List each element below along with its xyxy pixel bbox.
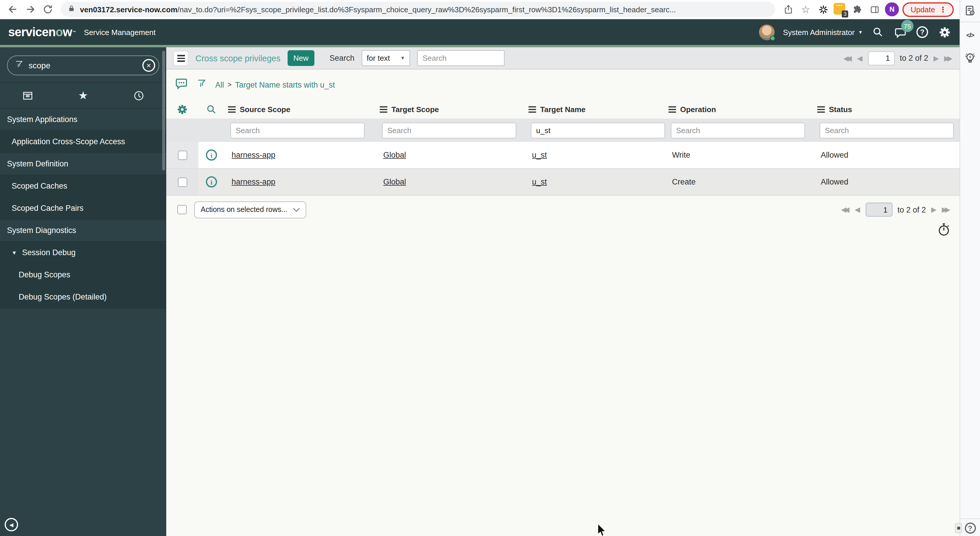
column-menu-icon[interactable] bbox=[228, 106, 235, 112]
conversations-icon[interactable]: 75 bbox=[893, 25, 907, 39]
sidebar-scrollbar[interactable] bbox=[162, 51, 165, 171]
column-header-operation[interactable]: Operation bbox=[665, 105, 814, 113]
column-header-target-scope[interactable]: Target Scope bbox=[376, 105, 525, 113]
page-number-input[interactable] bbox=[865, 203, 892, 217]
column-menu-icon[interactable] bbox=[817, 106, 825, 112]
sidebar-item-scoped-caches[interactable]: Scoped Caches bbox=[0, 175, 166, 197]
user-menu[interactable]: System Administrator ▼ bbox=[783, 28, 863, 37]
browser-profile-avatar[interactable]: N bbox=[885, 2, 899, 16]
column-label: Target Name bbox=[540, 105, 585, 113]
clear-search-icon[interactable]: ✕ bbox=[142, 59, 155, 72]
servicenow-logo: servicenow™ bbox=[8, 25, 76, 39]
sidebar-item-debug-scopes-detailed[interactable]: Debug Scopes (Detailed) bbox=[0, 286, 166, 308]
lightbulb-extension-icon[interactable] bbox=[964, 51, 977, 65]
sidebar-item-scoped-cache-pairs[interactable]: Scoped Cache Pairs bbox=[0, 197, 166, 220]
prev-page-icon[interactable]: ◀ bbox=[857, 54, 862, 62]
row-checkbox[interactable] bbox=[178, 150, 187, 160]
filter-source-scope[interactable] bbox=[231, 122, 364, 138]
spinner-extension-icon[interactable] bbox=[816, 2, 830, 16]
target-scope-link[interactable]: Global bbox=[383, 151, 406, 160]
form-viewer-extension-icon[interactable] bbox=[964, 5, 976, 17]
page-number-input[interactable] bbox=[868, 51, 894, 65]
record-preview-icon[interactable]: i bbox=[206, 150, 217, 161]
list-chat-icon[interactable] bbox=[175, 77, 188, 92]
actions-select[interactable]: Actions on selected rows... bbox=[194, 201, 306, 218]
column-header-source-scope[interactable]: Source Scope bbox=[224, 105, 376, 113]
filter-target-scope[interactable] bbox=[382, 122, 516, 138]
browser-update-button[interactable]: Update ⋮ bbox=[902, 2, 954, 17]
sidebar-item-debug-scopes[interactable]: Debug Scopes bbox=[0, 264, 166, 286]
target-scope-link[interactable]: Global bbox=[383, 177, 406, 186]
breadcrumb-filter-link[interactable]: Target Name starts with u_st bbox=[235, 80, 335, 89]
sidebar-item-session-debug[interactable]: ▼ Session Debug bbox=[0, 242, 166, 264]
first-page-icon[interactable]: ◀◀ bbox=[841, 206, 850, 213]
sidebar-item-system-diagnostics[interactable]: System Diagnostics bbox=[0, 220, 166, 242]
row-checkbox[interactable] bbox=[178, 177, 187, 187]
tab-history[interactable] bbox=[111, 83, 166, 108]
code-extension-icon[interactable]: </> bbox=[966, 32, 974, 38]
user-avatar[interactable] bbox=[759, 24, 775, 40]
target-name-link[interactable]: u_st bbox=[532, 151, 547, 160]
collapse-caret-icon[interactable]: ▼ bbox=[12, 250, 17, 255]
close-glyph: ✕ bbox=[146, 62, 151, 69]
collapse-sidebar-button[interactable]: ◀ bbox=[5, 518, 18, 531]
browser-menu-icon[interactable]: ⋮ bbox=[939, 5, 947, 14]
breadcrumb-all-link[interactable]: All bbox=[215, 80, 224, 89]
source-scope-link[interactable]: harness-app bbox=[232, 177, 275, 186]
list-actions-row: Actions on selected rows... ◀◀ ◀ to 2 of… bbox=[166, 196, 959, 223]
search-type-select[interactable]: for text ▼ bbox=[361, 50, 410, 66]
column-header-status[interactable]: Status bbox=[814, 105, 959, 113]
filter-target-name[interactable] bbox=[531, 122, 665, 138]
page-scrollbar-end[interactable] bbox=[955, 523, 962, 533]
side-panel-icon[interactable] bbox=[867, 2, 881, 16]
last-page-icon[interactable]: ▶▶ bbox=[942, 206, 950, 213]
select-all-checkbox[interactable] bbox=[177, 205, 187, 214]
column-search-toggle-icon[interactable] bbox=[198, 104, 224, 115]
share-icon[interactable] bbox=[781, 2, 795, 16]
last-page-icon[interactable]: ▶▶ bbox=[944, 54, 953, 62]
address-bar[interactable]: ven03172.service-now.com/nav_to.do?uri=%… bbox=[60, 2, 775, 17]
navigator-search[interactable]: ✕ bbox=[7, 56, 159, 75]
navigator-search-input[interactable] bbox=[29, 61, 137, 70]
sidebar-item-system-definition[interactable]: System Definition bbox=[0, 153, 166, 175]
help-icon[interactable]: ? bbox=[915, 25, 929, 39]
column-menu-icon[interactable] bbox=[668, 106, 676, 112]
filter-operation[interactable] bbox=[671, 122, 805, 138]
next-page-icon[interactable]: ▶ bbox=[931, 206, 937, 213]
tab-favorites[interactable]: ★ bbox=[56, 83, 111, 108]
tab-all-applications[interactable] bbox=[0, 83, 56, 108]
browser-chrome: ven03172.service-now.com/nav_to.do?uri=%… bbox=[0, 0, 959, 19]
column-menu-icon[interactable] bbox=[380, 106, 387, 112]
first-page-icon[interactable]: ◀◀ bbox=[843, 54, 852, 62]
column-header-target-name[interactable]: Target Name bbox=[525, 105, 665, 113]
list-context-menu-button[interactable] bbox=[173, 51, 188, 66]
source-scope-link[interactable]: harness-app bbox=[232, 151, 275, 160]
list-settings-gear-icon[interactable] bbox=[166, 104, 198, 115]
back-icon[interactable] bbox=[6, 2, 20, 16]
extensions-puzzle-icon[interactable] bbox=[850, 2, 864, 16]
list-title[interactable]: Cross scope privileges bbox=[196, 53, 281, 63]
cell-status: Allowed bbox=[814, 151, 959, 160]
record-preview-icon[interactable]: i bbox=[206, 176, 217, 187]
strip-help-icon[interactable]: ? bbox=[964, 523, 975, 534]
extension-badge: 3 bbox=[842, 11, 848, 18]
sidebar-item-system-applications[interactable]: System Applications bbox=[0, 108, 166, 131]
breadcrumb-filter-icon[interactable] bbox=[197, 78, 207, 92]
column-menu-icon[interactable] bbox=[528, 106, 536, 112]
sidebar-item-application-cross-scope-access[interactable]: Application Cross-Scope Access bbox=[0, 131, 166, 153]
filter-status[interactable] bbox=[819, 122, 954, 138]
forward-icon[interactable] bbox=[23, 2, 37, 16]
bookmark-star-icon[interactable]: ☆ bbox=[799, 2, 813, 16]
list-search-input[interactable] bbox=[417, 50, 505, 66]
target-name-link[interactable]: u_st bbox=[532, 177, 547, 186]
prev-page-icon[interactable]: ◀ bbox=[855, 206, 860, 213]
filter-funnel-icon bbox=[14, 59, 23, 72]
reload-icon[interactable] bbox=[41, 2, 55, 16]
global-search-icon[interactable] bbox=[871, 25, 885, 39]
new-button[interactable]: New bbox=[288, 50, 314, 66]
extension-icon-badged[interactable]: ••• 3 bbox=[834, 3, 846, 16]
url-text: ven03172.service-now.com/nav_to.do?uri=%… bbox=[80, 5, 676, 14]
settings-gear-icon[interactable] bbox=[937, 25, 951, 39]
response-time-icon[interactable] bbox=[937, 222, 950, 239]
next-page-icon[interactable]: ▶ bbox=[934, 54, 939, 62]
